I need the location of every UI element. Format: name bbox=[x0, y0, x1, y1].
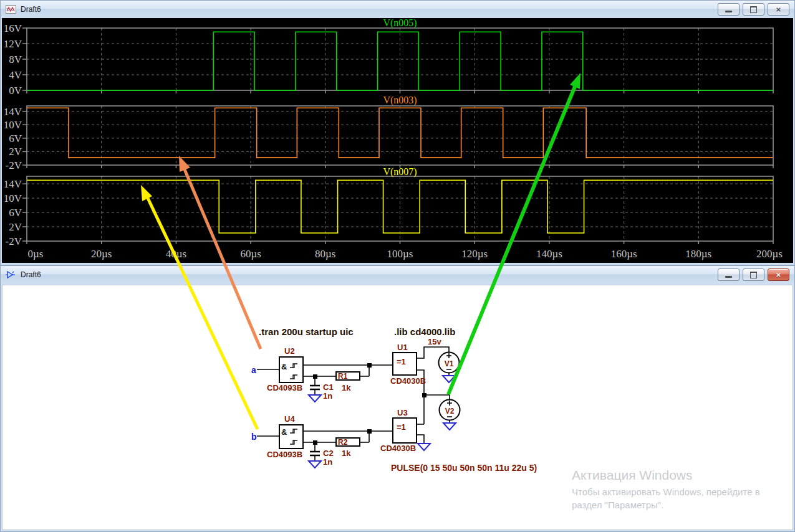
minimize-icon bbox=[725, 11, 732, 12]
y-tick-label: 0V bbox=[9, 85, 22, 97]
net-label-b[interactable]: b bbox=[251, 432, 257, 442]
y-tick-label: -2V bbox=[6, 159, 22, 171]
y-tick-label: 16V bbox=[4, 22, 22, 34]
minimize-icon bbox=[725, 276, 732, 278]
x-tick-label: 120µs bbox=[461, 248, 488, 260]
gate-u1-cd4030b[interactable]: U1 =1 CD4030B bbox=[390, 343, 426, 386]
y-tick-label: 2V bbox=[9, 221, 22, 233]
x-tick-label: 200µs bbox=[756, 248, 783, 260]
u2-and-symbol: & bbox=[281, 362, 287, 371]
plot-area[interactable]: 16V12V8V4V0VV(n005)14V10V6V2V-2VV(n003)1… bbox=[2, 18, 793, 263]
y-tick-label: 10V bbox=[4, 192, 22, 204]
waveform-window: Draft6 16V12V8V4V0VV(n005)14V10V6V2V-2VV… bbox=[0, 0, 795, 265]
resistor-r1[interactable]: R1 1k bbox=[336, 372, 360, 392]
y-tick-label: 12V bbox=[4, 38, 22, 50]
schematic-app-icon bbox=[6, 270, 16, 280]
trace-vn005[interactable] bbox=[27, 32, 773, 90]
v1-ref: V1 bbox=[445, 359, 454, 368]
minimize-button[interactable] bbox=[718, 3, 740, 16]
y-tick-label: 14V bbox=[4, 178, 22, 190]
u4-and-symbol: & bbox=[281, 427, 287, 437]
x-tick-label: 160µs bbox=[611, 248, 637, 260]
x-tick-label: 40µs bbox=[166, 248, 186, 260]
spice-directive-tran[interactable]: .tran 200u startup uic bbox=[259, 326, 354, 337]
x-tick-label: 100µs bbox=[387, 248, 413, 260]
restore-button[interactable] bbox=[743, 3, 764, 16]
r1-value: 1k bbox=[342, 383, 351, 392]
capacitor-c1[interactable]: C1 1n bbox=[310, 382, 334, 401]
capacitor-c2[interactable]: C2 1n bbox=[310, 449, 334, 467]
close-button[interactable] bbox=[768, 3, 789, 16]
schematic-titlebar[interactable]: Draft6 bbox=[1, 266, 794, 283]
y-tick-label: 6V bbox=[9, 207, 22, 219]
x-tick-label: 0µs bbox=[28, 248, 44, 260]
gate-u4-cd4093b[interactable]: U4 & CD4093B bbox=[267, 414, 303, 459]
y-tick-label: 4V bbox=[9, 69, 22, 81]
ground-icon bbox=[418, 444, 430, 450]
schematic-drawing[interactable]: .tran 200u startup uic .lib cd4000.lib P… bbox=[2, 285, 793, 530]
u3-xor-symbol: =1 bbox=[397, 422, 406, 432]
u1-xor-symbol: =1 bbox=[397, 357, 406, 366]
waveform-window-title: Draft6 bbox=[21, 5, 41, 14]
u2-hysteresis-icon bbox=[290, 364, 297, 379]
y-tick-label: -2V bbox=[6, 235, 22, 247]
u4-part: CD4093B bbox=[267, 450, 302, 459]
schematic-window-title: Draft6 bbox=[21, 270, 41, 279]
u4-hysteresis-icon bbox=[290, 429, 297, 444]
y-tick-label: 8V bbox=[9, 54, 22, 65]
x-tick-label: 20µs bbox=[91, 248, 112, 260]
u2-ref: U2 bbox=[284, 346, 295, 356]
ground-icon bbox=[443, 376, 455, 382]
x-tick-label: 80µs bbox=[315, 248, 335, 260]
y-tick-label: 14V bbox=[4, 106, 22, 118]
u1-ref: U1 bbox=[397, 343, 408, 352]
u2-part: CD4093B bbox=[267, 383, 302, 392]
minimize-button[interactable] bbox=[718, 268, 740, 281]
trace-label-vn005[interactable]: V(n005) bbox=[383, 18, 417, 29]
restore-icon bbox=[750, 272, 757, 278]
u4-ref: U4 bbox=[284, 414, 295, 424]
c2-ref: C2 bbox=[323, 449, 334, 458]
c2-value: 1n bbox=[323, 457, 332, 467]
trace-label-vn007[interactable]: V(n007) bbox=[383, 166, 417, 178]
close-button[interactable] bbox=[768, 268, 789, 281]
schematic-window: Draft6 .tran 200u startup uic .lib cd400… bbox=[0, 265, 795, 532]
spice-directive-pulse[interactable]: PULSE(0 15 50u 50n 50n 11u 22u 5) bbox=[391, 463, 537, 473]
c1-ref: C1 bbox=[323, 382, 334, 392]
schematic-canvas[interactable]: .tran 200u startup uic .lib cd4000.lib P… bbox=[2, 285, 793, 530]
x-tick-label: 140µs bbox=[536, 248, 562, 260]
trace-label-vn003[interactable]: V(n003) bbox=[383, 95, 417, 106]
ground-icon bbox=[443, 423, 456, 430]
restore-icon bbox=[750, 6, 757, 13]
ground-icon bbox=[309, 395, 321, 402]
restore-button[interactable] bbox=[743, 268, 764, 281]
gate-u3-cd4030b[interactable]: U3 =1 CD4030B bbox=[380, 408, 417, 453]
ground-icon bbox=[309, 461, 321, 468]
voltage-source-v1[interactable]: V1 15v bbox=[428, 337, 460, 373]
v2-ref: V2 bbox=[445, 407, 455, 416]
c1-value: 1n bbox=[323, 391, 332, 401]
waveform-app-icon bbox=[6, 4, 16, 14]
resistor-r2[interactable]: R2 1k bbox=[336, 438, 360, 458]
voltage-source-v2[interactable]: V2 bbox=[440, 400, 460, 420]
waveform-titlebar[interactable]: Draft6 bbox=[1, 1, 794, 18]
r2-ref: R2 bbox=[338, 438, 348, 447]
u3-part: CD4030B bbox=[380, 444, 416, 453]
r2-value: 1k bbox=[342, 449, 351, 458]
u1-part: CD4030B bbox=[390, 376, 426, 386]
x-tick-label: 180µs bbox=[685, 248, 711, 260]
vdd-net-label: 15v bbox=[428, 337, 441, 346]
r1-ref: R1 bbox=[338, 372, 348, 381]
net-label-a[interactable]: a bbox=[251, 365, 256, 375]
x-tick-label: 60µs bbox=[240, 248, 261, 260]
y-tick-label: 10V bbox=[4, 119, 22, 131]
u3-ref: U3 bbox=[397, 408, 408, 417]
desktop: { "windows": { "plot": { "title": "Draft… bbox=[0, 0, 795, 532]
y-tick-label: 6V bbox=[9, 133, 22, 145]
y-tick-label: 2V bbox=[9, 146, 22, 158]
waveform-plot[interactable]: 16V12V8V4V0VV(n005)14V10V6V2V-2VV(n003)1… bbox=[2, 18, 793, 263]
spice-directive-lib[interactable]: .lib cd4000.lib bbox=[394, 326, 455, 337]
